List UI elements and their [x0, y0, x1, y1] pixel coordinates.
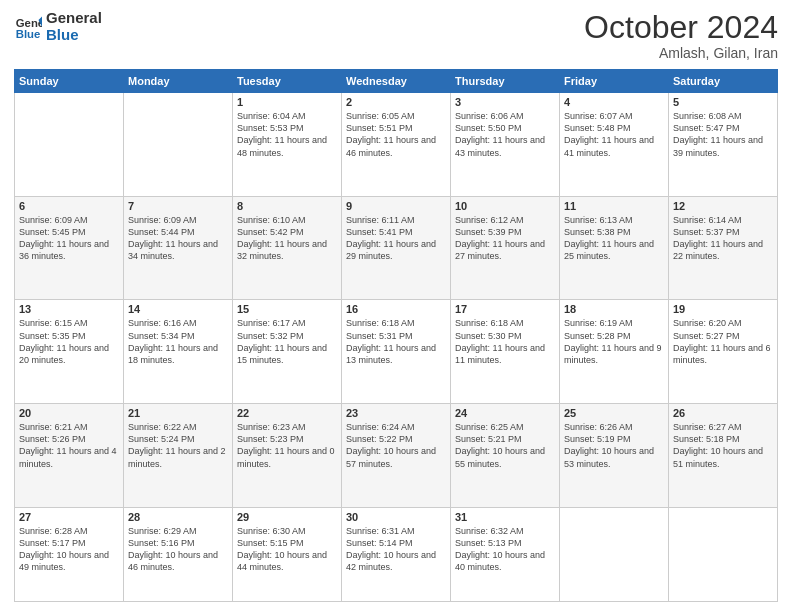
day-info: Sunrise: 6:26 AM Sunset: 5:19 PM Dayligh… — [564, 421, 664, 470]
calendar-cell: 24Sunrise: 6:25 AM Sunset: 5:21 PM Dayli… — [451, 404, 560, 508]
day-info: Sunrise: 6:04 AM Sunset: 5:53 PM Dayligh… — [237, 110, 337, 159]
day-number: 9 — [346, 200, 446, 212]
day-info: Sunrise: 6:09 AM Sunset: 5:45 PM Dayligh… — [19, 214, 119, 263]
day-number: 1 — [237, 96, 337, 108]
calendar-cell: 19Sunrise: 6:20 AM Sunset: 5:27 PM Dayli… — [669, 300, 778, 404]
logo-text-general: General — [46, 10, 102, 27]
logo-text-blue: Blue — [46, 27, 102, 44]
day-info: Sunrise: 6:18 AM Sunset: 5:31 PM Dayligh… — [346, 317, 446, 366]
location-subtitle: Amlash, Gilan, Iran — [584, 45, 778, 61]
title-block: October 2024 Amlash, Gilan, Iran — [584, 10, 778, 61]
calendar-cell: 12Sunrise: 6:14 AM Sunset: 5:37 PM Dayli… — [669, 196, 778, 300]
weekday-header-sunday: Sunday — [15, 70, 124, 93]
day-number: 28 — [128, 511, 228, 523]
calendar-cell: 7Sunrise: 6:09 AM Sunset: 5:44 PM Daylig… — [124, 196, 233, 300]
calendar-cell: 27Sunrise: 6:28 AM Sunset: 5:17 PM Dayli… — [15, 507, 124, 601]
weekday-header-tuesday: Tuesday — [233, 70, 342, 93]
day-info: Sunrise: 6:29 AM Sunset: 5:16 PM Dayligh… — [128, 525, 228, 574]
day-number: 7 — [128, 200, 228, 212]
calendar-table: SundayMondayTuesdayWednesdayThursdayFrid… — [14, 69, 778, 602]
calendar-week-row: 1Sunrise: 6:04 AM Sunset: 5:53 PM Daylig… — [15, 93, 778, 197]
month-title: October 2024 — [584, 10, 778, 45]
day-number: 20 — [19, 407, 119, 419]
calendar-cell: 23Sunrise: 6:24 AM Sunset: 5:22 PM Dayli… — [342, 404, 451, 508]
day-number: 29 — [237, 511, 337, 523]
calendar-cell: 25Sunrise: 6:26 AM Sunset: 5:19 PM Dayli… — [560, 404, 669, 508]
day-info: Sunrise: 6:06 AM Sunset: 5:50 PM Dayligh… — [455, 110, 555, 159]
calendar-week-row: 27Sunrise: 6:28 AM Sunset: 5:17 PM Dayli… — [15, 507, 778, 601]
day-info: Sunrise: 6:32 AM Sunset: 5:13 PM Dayligh… — [455, 525, 555, 574]
day-number: 5 — [673, 96, 773, 108]
calendar-cell: 5Sunrise: 6:08 AM Sunset: 5:47 PM Daylig… — [669, 93, 778, 197]
day-number: 24 — [455, 407, 555, 419]
day-number: 23 — [346, 407, 446, 419]
day-info: Sunrise: 6:20 AM Sunset: 5:27 PM Dayligh… — [673, 317, 773, 366]
page: General Blue General Blue October 2024 A… — [0, 0, 792, 612]
calendar-cell — [15, 93, 124, 197]
day-info: Sunrise: 6:31 AM Sunset: 5:14 PM Dayligh… — [346, 525, 446, 574]
day-info: Sunrise: 6:24 AM Sunset: 5:22 PM Dayligh… — [346, 421, 446, 470]
day-info: Sunrise: 6:25 AM Sunset: 5:21 PM Dayligh… — [455, 421, 555, 470]
day-info: Sunrise: 6:11 AM Sunset: 5:41 PM Dayligh… — [346, 214, 446, 263]
day-number: 2 — [346, 96, 446, 108]
day-number: 13 — [19, 303, 119, 315]
day-info: Sunrise: 6:05 AM Sunset: 5:51 PM Dayligh… — [346, 110, 446, 159]
calendar-cell: 2Sunrise: 6:05 AM Sunset: 5:51 PM Daylig… — [342, 93, 451, 197]
day-number: 8 — [237, 200, 337, 212]
day-number: 15 — [237, 303, 337, 315]
day-info: Sunrise: 6:27 AM Sunset: 5:18 PM Dayligh… — [673, 421, 773, 470]
calendar-cell — [560, 507, 669, 601]
logo: General Blue General Blue — [14, 10, 102, 43]
day-number: 10 — [455, 200, 555, 212]
calendar-cell: 14Sunrise: 6:16 AM Sunset: 5:34 PM Dayli… — [124, 300, 233, 404]
weekday-header-saturday: Saturday — [669, 70, 778, 93]
calendar-cell: 6Sunrise: 6:09 AM Sunset: 5:45 PM Daylig… — [15, 196, 124, 300]
calendar-cell: 20Sunrise: 6:21 AM Sunset: 5:26 PM Dayli… — [15, 404, 124, 508]
calendar-cell — [669, 507, 778, 601]
weekday-header-wednesday: Wednesday — [342, 70, 451, 93]
calendar-cell: 17Sunrise: 6:18 AM Sunset: 5:30 PM Dayli… — [451, 300, 560, 404]
day-number: 26 — [673, 407, 773, 419]
calendar-cell: 11Sunrise: 6:13 AM Sunset: 5:38 PM Dayli… — [560, 196, 669, 300]
calendar-cell: 9Sunrise: 6:11 AM Sunset: 5:41 PM Daylig… — [342, 196, 451, 300]
logo-icon: General Blue — [14, 13, 42, 41]
calendar-cell: 18Sunrise: 6:19 AM Sunset: 5:28 PM Dayli… — [560, 300, 669, 404]
day-info: Sunrise: 6:22 AM Sunset: 5:24 PM Dayligh… — [128, 421, 228, 470]
calendar-cell: 10Sunrise: 6:12 AM Sunset: 5:39 PM Dayli… — [451, 196, 560, 300]
day-info: Sunrise: 6:13 AM Sunset: 5:38 PM Dayligh… — [564, 214, 664, 263]
weekday-header-thursday: Thursday — [451, 70, 560, 93]
calendar-cell: 26Sunrise: 6:27 AM Sunset: 5:18 PM Dayli… — [669, 404, 778, 508]
day-info: Sunrise: 6:09 AM Sunset: 5:44 PM Dayligh… — [128, 214, 228, 263]
day-number: 30 — [346, 511, 446, 523]
header: General Blue General Blue October 2024 A… — [14, 10, 778, 61]
day-number: 22 — [237, 407, 337, 419]
day-number: 6 — [19, 200, 119, 212]
calendar-cell: 13Sunrise: 6:15 AM Sunset: 5:35 PM Dayli… — [15, 300, 124, 404]
day-number: 12 — [673, 200, 773, 212]
day-info: Sunrise: 6:17 AM Sunset: 5:32 PM Dayligh… — [237, 317, 337, 366]
calendar-cell: 29Sunrise: 6:30 AM Sunset: 5:15 PM Dayli… — [233, 507, 342, 601]
day-info: Sunrise: 6:07 AM Sunset: 5:48 PM Dayligh… — [564, 110, 664, 159]
calendar-cell: 3Sunrise: 6:06 AM Sunset: 5:50 PM Daylig… — [451, 93, 560, 197]
day-number: 4 — [564, 96, 664, 108]
calendar-cell: 1Sunrise: 6:04 AM Sunset: 5:53 PM Daylig… — [233, 93, 342, 197]
calendar-cell: 16Sunrise: 6:18 AM Sunset: 5:31 PM Dayli… — [342, 300, 451, 404]
day-info: Sunrise: 6:23 AM Sunset: 5:23 PM Dayligh… — [237, 421, 337, 470]
svg-text:Blue: Blue — [16, 27, 41, 39]
calendar-week-row: 20Sunrise: 6:21 AM Sunset: 5:26 PM Dayli… — [15, 404, 778, 508]
calendar-cell: 4Sunrise: 6:07 AM Sunset: 5:48 PM Daylig… — [560, 93, 669, 197]
calendar-cell — [124, 93, 233, 197]
day-number: 14 — [128, 303, 228, 315]
day-info: Sunrise: 6:15 AM Sunset: 5:35 PM Dayligh… — [19, 317, 119, 366]
weekday-header-friday: Friday — [560, 70, 669, 93]
day-number: 31 — [455, 511, 555, 523]
weekday-header-monday: Monday — [124, 70, 233, 93]
calendar-week-row: 13Sunrise: 6:15 AM Sunset: 5:35 PM Dayli… — [15, 300, 778, 404]
day-number: 19 — [673, 303, 773, 315]
day-info: Sunrise: 6:14 AM Sunset: 5:37 PM Dayligh… — [673, 214, 773, 263]
day-info: Sunrise: 6:16 AM Sunset: 5:34 PM Dayligh… — [128, 317, 228, 366]
day-info: Sunrise: 6:08 AM Sunset: 5:47 PM Dayligh… — [673, 110, 773, 159]
day-info: Sunrise: 6:12 AM Sunset: 5:39 PM Dayligh… — [455, 214, 555, 263]
day-info: Sunrise: 6:18 AM Sunset: 5:30 PM Dayligh… — [455, 317, 555, 366]
day-number: 3 — [455, 96, 555, 108]
